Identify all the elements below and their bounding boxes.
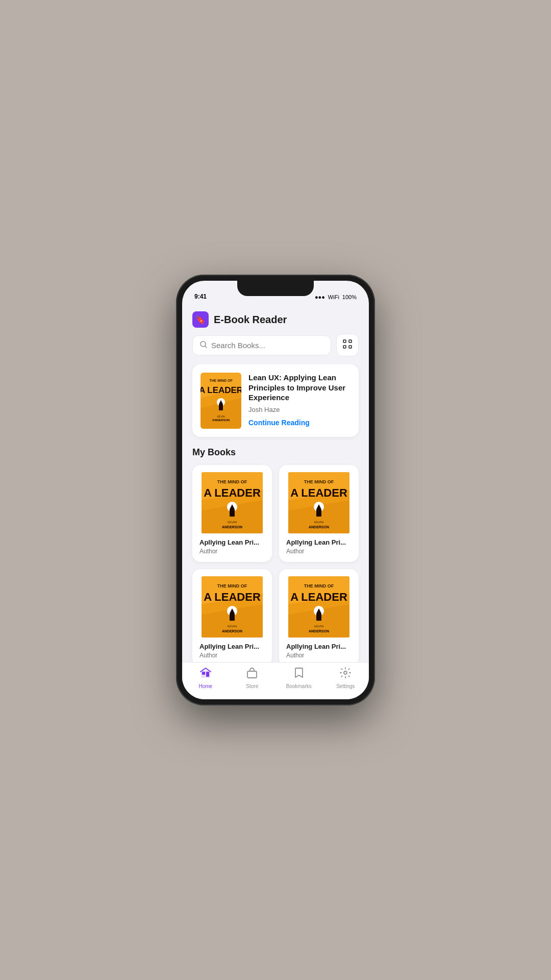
nav-store-label: Store	[246, 683, 258, 689]
svg-point-60	[344, 671, 347, 674]
app-content: 🔖 E-Book Reader	[182, 303, 369, 699]
book-card-author-2: Author	[286, 548, 352, 555]
book-card-cover-3: THE MIND OF A LEADER KEVIN ANDERSON	[199, 576, 265, 638]
phone-frame: 9:41 ●●● WiFi 100% 🔖 E-Book Reader	[176, 275, 375, 705]
svg-rect-5	[349, 346, 352, 348]
current-book-info: Lean UX: Applying Lean Principles to Imp…	[248, 373, 350, 427]
book-card-title-3: Apllying Lean Pri...	[199, 643, 265, 650]
current-book-card[interactable]: THE MIND OF A LEADER KEVIN ANDERSON Lean…	[192, 364, 359, 437]
svg-line-1	[205, 346, 207, 348]
book-card-cover-1: THE MIND OF A LEADER KEVIN ANDERSON	[199, 472, 265, 533]
books-grid: THE MIND OF A LEADER KEVIN ANDERSON Apll…	[192, 465, 359, 662]
wifi-icon: WiFi	[328, 294, 339, 300]
svg-text:THE MIND OF: THE MIND OF	[304, 583, 334, 589]
book-card-1[interactable]: THE MIND OF A LEADER KEVIN ANDERSON Apll…	[192, 465, 272, 562]
current-book-title: Lean UX: Applying Lean Principles to Imp…	[248, 373, 350, 403]
svg-text:KEVIN: KEVIN	[228, 521, 237, 524]
svg-rect-22	[230, 509, 235, 517]
svg-text:A LEADER: A LEADER	[204, 591, 261, 603]
my-books-section-title: My Books	[192, 447, 359, 458]
svg-text:A LEADER: A LEADER	[201, 385, 241, 395]
app-logo: 🔖	[192, 311, 209, 328]
store-icon	[246, 667, 258, 682]
book-card-3[interactable]: THE MIND OF A LEADER KEVIN ANDERSON Apll…	[192, 569, 272, 662]
scroll-content: THE MIND OF A LEADER KEVIN ANDERSON Lean…	[182, 364, 369, 662]
svg-text:A LEADER: A LEADER	[290, 591, 347, 603]
svg-rect-59	[247, 671, 257, 678]
app-header: 🔖 E-Book Reader	[182, 303, 369, 334]
svg-text:KEVIN: KEVIN	[314, 625, 323, 628]
status-time: 9:41	[194, 293, 207, 300]
continue-reading-button[interactable]: Continue Reading	[248, 419, 350, 427]
svg-text:KEVIN: KEVIN	[228, 625, 237, 628]
nav-settings-label: Settings	[336, 683, 355, 689]
bookmark-logo-icon: 🔖	[195, 315, 206, 325]
svg-rect-12	[219, 404, 223, 410]
book-card-cover-2: THE MIND OF A LEADER KEVIN ANDERSON	[286, 472, 352, 533]
search-input[interactable]	[211, 341, 323, 350]
book-card-cover-4: THE MIND OF A LEADER KEVIN ANDERSON	[286, 576, 352, 638]
home-icon	[199, 667, 212, 682]
svg-text:ANDERSON: ANDERSON	[212, 419, 230, 422]
search-bar[interactable]	[192, 335, 331, 355]
book-card-author-4: Author	[286, 652, 352, 659]
svg-text:A LEADER: A LEADER	[204, 486, 261, 499]
svg-rect-4	[343, 346, 346, 348]
svg-rect-3	[349, 340, 352, 342]
book-card-author-3: Author	[199, 652, 265, 659]
notch	[237, 281, 314, 296]
svg-text:THE MIND OF: THE MIND OF	[217, 479, 247, 484]
svg-rect-42	[230, 614, 235, 621]
book-card-4[interactable]: THE MIND OF A LEADER KEVIN ANDERSON Apll…	[279, 569, 359, 662]
svg-text:ANDERSON: ANDERSON	[222, 525, 242, 529]
svg-text:ANDERSON: ANDERSON	[222, 629, 242, 633]
search-container	[182, 334, 369, 364]
scan-button[interactable]	[336, 334, 359, 356]
book-card-2[interactable]: THE MIND OF A LEADER KEVIN ANDERSON Apll…	[279, 465, 359, 562]
book-card-title-2: Apllying Lean Pri...	[286, 538, 352, 546]
nav-bookmarks[interactable]: Bookmarks	[276, 667, 322, 689]
nav-store[interactable]: Store	[229, 667, 276, 689]
svg-text:THE MIND OF: THE MIND OF	[217, 583, 247, 589]
phone-screen: 9:41 ●●● WiFi 100% 🔖 E-Book Reader	[182, 281, 369, 699]
app-title: E-Book Reader	[214, 314, 287, 326]
svg-rect-58	[206, 672, 209, 677]
book-card-author-1: Author	[199, 548, 265, 555]
status-icons: ●●● WiFi 100%	[315, 294, 357, 300]
current-book-cover: THE MIND OF A LEADER KEVIN ANDERSON	[201, 373, 241, 429]
svg-text:THE MIND OF: THE MIND OF	[304, 479, 334, 484]
svg-text:ANDERSON: ANDERSON	[309, 525, 329, 529]
nav-home[interactable]: Home	[182, 667, 229, 689]
svg-rect-2	[343, 340, 346, 342]
svg-rect-32	[316, 509, 321, 517]
svg-text:KEVIN: KEVIN	[217, 415, 224, 418]
svg-text:THE MIND OF: THE MIND OF	[209, 379, 233, 382]
bookmarks-icon	[293, 667, 305, 682]
nav-home-label: Home	[198, 683, 212, 689]
settings-icon	[339, 667, 352, 682]
nav-bookmarks-label: Bookmarks	[286, 683, 312, 689]
svg-rect-57	[202, 672, 205, 675]
bottom-nav: Home Store	[182, 662, 369, 699]
svg-rect-52	[316, 614, 321, 621]
book-card-title-4: Apllying Lean Pri...	[286, 643, 352, 650]
battery-icon: 100%	[342, 294, 357, 300]
search-icon	[200, 341, 207, 350]
signal-icon: ●●●	[315, 294, 325, 300]
svg-text:ANDERSON: ANDERSON	[309, 629, 329, 633]
svg-text:KEVIN: KEVIN	[314, 521, 323, 524]
nav-settings[interactable]: Settings	[322, 667, 369, 689]
current-book-author: Josh Haze	[248, 406, 350, 413]
book-card-title-1: Apllying Lean Pri...	[199, 538, 265, 546]
scan-icon	[342, 339, 353, 352]
svg-text:A LEADER: A LEADER	[290, 486, 347, 499]
